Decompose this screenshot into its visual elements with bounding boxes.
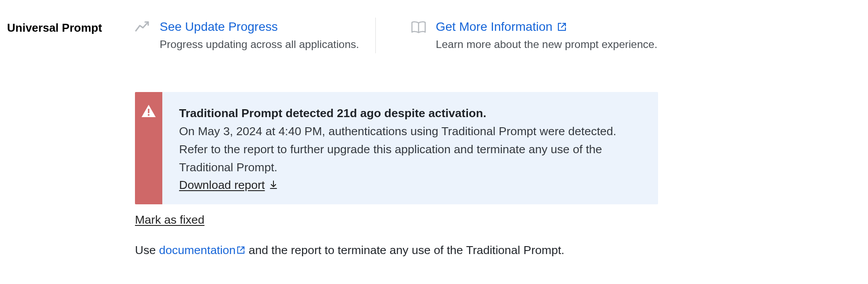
see-update-progress-sub: Progress updating across all application… (160, 37, 359, 52)
alert-description: On May 3, 2024 at 4:40 PM, authenticatio… (179, 122, 642, 177)
footer-note: Use documentation and the report to term… (135, 243, 861, 257)
more-info-block: Get More Information Learn more about th… (376, 13, 658, 58)
external-link-icon (236, 246, 245, 254)
update-progress-block: See Update Progress Progress updating ac… (135, 13, 375, 58)
footer-suffix: and the report to terminate any use of t… (245, 243, 564, 257)
svg-line-6 (240, 247, 244, 251)
svg-point-3 (148, 114, 150, 116)
get-more-info-link[interactable]: Get More Information (436, 19, 658, 34)
actions-row: See Update Progress Progress updating ac… (135, 13, 861, 58)
get-more-info-sub: Learn more about the new prompt experien… (436, 37, 658, 52)
external-link-icon (557, 22, 567, 32)
documentation-link-text: documentation (159, 243, 236, 257)
download-icon (269, 180, 278, 190)
download-report-text: Download report (179, 178, 265, 192)
get-more-info-link-text: Get More Information (436, 19, 553, 34)
alert-title: Traditional Prompt detected 21d ago desp… (179, 104, 642, 122)
footer-prefix: Use (135, 243, 159, 257)
section-label: Universal Prompt (7, 13, 135, 35)
svg-rect-2 (148, 109, 149, 113)
mark-as-fixed-link[interactable]: Mark as fixed (135, 213, 205, 227)
documentation-link[interactable]: documentation (159, 243, 246, 257)
warning-alert: Traditional Prompt detected 21d ago desp… (135, 92, 658, 204)
alert-accent-bar (135, 92, 162, 204)
svg-line-1 (561, 23, 565, 27)
book-icon (411, 21, 426, 33)
trend-up-icon (135, 21, 150, 33)
warning-triangle-icon (141, 104, 156, 118)
see-update-progress-link[interactable]: See Update Progress (160, 19, 359, 34)
download-report-link[interactable]: Download report (179, 178, 278, 192)
